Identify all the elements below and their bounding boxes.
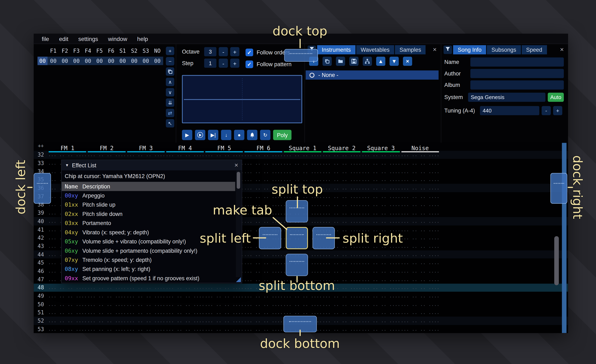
tab-instruments[interactable]: Instruments bbox=[317, 45, 356, 54]
effect-row[interactable]: 07xyTremolo (x: speed; y: depth) bbox=[62, 255, 235, 264]
effect-row[interactable]: 08xySet panning (x: left; y: right) bbox=[62, 264, 235, 274]
pattern-cell[interactable]: ... .. .. .... bbox=[283, 293, 322, 299]
pattern-cell[interactable]: ... .. .. .... bbox=[361, 202, 401, 207]
pattern-cell[interactable]: ... .. .. .... bbox=[322, 185, 361, 191]
system-input[interactable] bbox=[468, 93, 545, 102]
instrument-list-item[interactable]: - None - bbox=[306, 71, 439, 80]
order-row-index[interactable]: 00 bbox=[37, 57, 47, 65]
row-number[interactable]: 43 bbox=[34, 243, 48, 249]
pattern-scrollbar-thumb[interactable] bbox=[554, 236, 559, 285]
pattern-cell[interactable]: ... .. .. .... bbox=[361, 310, 401, 315]
order-cell[interactable]: 00 bbox=[94, 57, 105, 65]
row-number[interactable]: 32 bbox=[34, 152, 48, 158]
instrument-duplicate-button[interactable] bbox=[322, 57, 332, 66]
row-number[interactable]: 48 bbox=[34, 284, 48, 291]
row-number[interactable]: 49 bbox=[34, 293, 48, 299]
octave-decrease-button[interactable]: - bbox=[219, 47, 228, 56]
pattern-cell[interactable]: ... .. .. .... bbox=[361, 194, 401, 199]
orders-chev-up-button[interactable]: ∧ bbox=[166, 78, 174, 86]
order-cell[interactable]: 00 bbox=[117, 57, 128, 65]
effect-row[interactable]: 01xxPitch slide up bbox=[62, 200, 235, 209]
pattern-cell[interactable]: ... .. .. .... bbox=[244, 252, 283, 257]
poly-button[interactable]: Poly bbox=[273, 130, 291, 140]
tab-wavetables[interactable]: Wavetables bbox=[356, 45, 394, 54]
pattern-cell[interactable]: ... .. .. .... bbox=[244, 268, 283, 274]
pattern-cell[interactable]: ... .. .. .... bbox=[361, 160, 401, 166]
pattern-cell[interactable]: ... .. .. .... bbox=[283, 310, 322, 315]
pattern-cell[interactable]: ... .. .. .... bbox=[165, 318, 204, 323]
play-pattern-button[interactable] bbox=[195, 130, 205, 140]
channel-header-fm-1[interactable]: FM 1 bbox=[48, 143, 87, 153]
pattern-cell[interactable]: ... .. .. .... bbox=[126, 318, 165, 323]
pattern-cell[interactable]: ... .. .. .... bbox=[205, 285, 244, 290]
pattern-cell[interactable]: ... .. .. .... bbox=[48, 302, 87, 307]
pattern-cell[interactable]: ... .. .. .... bbox=[48, 293, 87, 299]
pattern-cell[interactable]: ... .. .. .... bbox=[401, 202, 440, 207]
pattern-cell[interactable]: ... .. .. .... bbox=[244, 318, 283, 323]
field-name-input[interactable] bbox=[470, 58, 564, 67]
pattern-cell[interactable]: ... .. .. .... bbox=[165, 310, 204, 315]
pattern-cell[interactable]: ... .. .. .... bbox=[401, 169, 440, 174]
pattern-cell[interactable]: ... .. .. .... bbox=[244, 310, 283, 315]
pattern-cell[interactable]: ... .. .. .... bbox=[244, 260, 283, 265]
pattern-cell[interactable]: ... .. .. .... bbox=[401, 185, 440, 191]
pattern-cell[interactable]: ... .. .. .... bbox=[322, 252, 361, 257]
pattern-cell[interactable]: ... .. .. .... bbox=[361, 293, 401, 299]
pattern-cell[interactable]: ... .. .. .... bbox=[165, 285, 204, 290]
pattern-cell[interactable]: ... .. .. .... bbox=[126, 285, 165, 290]
pattern-cell[interactable]: ... .. .. .... bbox=[87, 318, 126, 323]
pattern-cell[interactable]: ... .. .. .... bbox=[322, 310, 361, 315]
step-input[interactable] bbox=[204, 58, 216, 68]
row-number[interactable]: 50 bbox=[34, 301, 48, 307]
orders-duplicate-button[interactable] bbox=[166, 67, 174, 76]
pattern-cell[interactable]: ... .. .. .... bbox=[401, 243, 440, 249]
pattern-cell[interactable]: ... .. .. .... bbox=[401, 194, 440, 199]
pattern-cell[interactable]: ... .. .. .... bbox=[48, 285, 87, 290]
instruments-close-icon[interactable]: × bbox=[431, 46, 439, 54]
tab-speed[interactable]: Speed bbox=[522, 45, 547, 54]
pattern-cell[interactable]: ... .. .. .... bbox=[401, 310, 440, 315]
pattern-cell[interactable]: ... .. .. .... bbox=[87, 285, 126, 290]
effect-row[interactable]: 09xxSet groove pattern (speed 1 if no gr… bbox=[62, 274, 235, 283]
pattern-cell[interactable]: ... .. .. .... bbox=[205, 302, 244, 307]
pattern-cell[interactable]: ... .. .. .... bbox=[401, 218, 440, 224]
pattern-cell[interactable]: ... .. .. .... bbox=[361, 268, 401, 274]
octave-input[interactable] bbox=[204, 47, 216, 56]
pattern-cell[interactable]: ... .. .. .... bbox=[165, 293, 204, 299]
row-number[interactable]: 41 bbox=[34, 226, 48, 233]
row-number[interactable]: 33 bbox=[34, 160, 48, 166]
pattern-cell[interactable]: ... .. .. .... bbox=[322, 293, 361, 299]
pattern-cell[interactable]: ... .. .. .... bbox=[244, 293, 283, 299]
pattern-cell[interactable]: ... .. .. .... bbox=[401, 235, 440, 240]
orders-cursor-button[interactable]: ↖ bbox=[166, 119, 174, 128]
pattern-cell[interactable]: ... .. .. .... bbox=[205, 293, 244, 299]
pattern-cell[interactable]: ... .. .. .... bbox=[244, 169, 283, 174]
channel-header-fm-6[interactable]: FM 6 bbox=[244, 143, 283, 153]
pattern-cell[interactable]: ... .. .. .... bbox=[361, 210, 401, 216]
pattern-cell[interactable]: ... .. .. .... bbox=[401, 318, 440, 323]
pattern-cell[interactable]: ... .. .. .... bbox=[401, 160, 440, 166]
field-album-input[interactable] bbox=[470, 80, 564, 90]
orders-chev-down-button[interactable]: ∨ bbox=[166, 88, 174, 97]
pattern-cell[interactable]: ... .. .. .... bbox=[322, 202, 361, 207]
pattern-cell[interactable]: ... .. .. .... bbox=[205, 318, 244, 323]
pattern-cell[interactable]: ... .. .. .... bbox=[401, 210, 440, 216]
pattern-cell[interactable]: ... .. .. .... bbox=[322, 210, 361, 216]
follow-pattern-checkbox[interactable]: ✓ bbox=[246, 60, 253, 68]
channel-header-fm-2[interactable]: FM 2 bbox=[87, 143, 126, 153]
pattern-cell[interactable]: ... .. .. .... bbox=[361, 169, 401, 174]
orders-double-down-button[interactable]: ⇊ bbox=[166, 98, 174, 107]
channel-header-fm-4[interactable]: FM 4 bbox=[165, 143, 204, 153]
pattern-cell[interactable]: ... .. .. .... bbox=[48, 318, 87, 323]
row-number[interactable]: 44 bbox=[34, 251, 48, 257]
pattern-cell[interactable]: ... .. .. .... bbox=[322, 218, 361, 224]
row-number[interactable]: 45 bbox=[34, 260, 48, 266]
orders-add-button[interactable]: + bbox=[166, 47, 174, 55]
channel-header-square-2[interactable]: Square 2 bbox=[322, 143, 361, 153]
pattern-cell[interactable]: ... .. .. .... bbox=[401, 326, 440, 332]
instrument-move-up-button[interactable]: ▲ bbox=[376, 57, 385, 66]
pattern-cell[interactable]: ... .. .. .... bbox=[361, 185, 401, 191]
pattern-cell[interactable]: ... .. .. .... bbox=[165, 302, 204, 307]
row-number[interactable]: 39 bbox=[34, 210, 48, 216]
pattern-cell[interactable]: ... .. .. .... bbox=[322, 169, 361, 174]
